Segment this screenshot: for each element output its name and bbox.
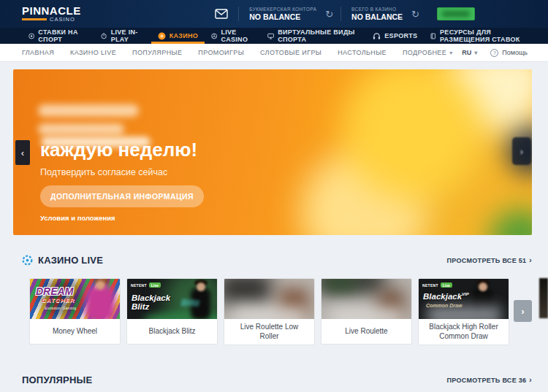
game-card-live-roulette[interactable]: Live Roulette	[321, 278, 412, 345]
banner-blurred-artwork	[196, 69, 532, 235]
pinnacle-logo[interactable]: PINNACLE CASINO	[22, 6, 81, 23]
carousel-next-button[interactable]: ›	[514, 300, 532, 322]
nav-item-sports[interactable]: СТАВКИ НА СПОРТ	[22, 28, 94, 44]
balance-value: NO BALANCE	[249, 12, 316, 21]
refresh-icon[interactable]: ↻	[411, 9, 419, 20]
section-title-text: КАЗИНО LIVE	[38, 255, 103, 266]
monitor-icon	[267, 32, 274, 40]
chevron-right-icon: ›	[520, 146, 523, 157]
game-name: Blackjack Blitz	[127, 319, 217, 344]
language-code: RU	[462, 49, 471, 56]
dealer-figure	[85, 285, 115, 319]
game-thumbnail: NETENT Live BlackjackVIP Common Draw	[419, 279, 509, 319]
nav-item-betting-resources[interactable]: РЕСУРСЫ ДЛЯ РАЗМЕЩЕНИЯ СТАВОК	[424, 28, 548, 44]
chevron-right-icon: ›	[529, 256, 532, 264]
banner-next-button[interactable]: ›	[512, 137, 531, 165]
nav-label: LIVE IN-PLAY	[111, 28, 145, 43]
nav-item-virtual-sports[interactable]: ВИРТУАЛЬНЫЕ ВИДЫ СПОРТА	[261, 28, 366, 44]
subnav-item-casino-live[interactable]: КАЗИНО LIVE	[70, 49, 116, 56]
casino-subnav: ГЛАВНАЯ КАЗИНО LIVE ПОПУЛЯРНЫЕ ПРОМОИГРЫ…	[0, 44, 548, 62]
art-title: BlackjackVIP	[423, 292, 469, 301]
language-dropdown[interactable]: RU▾	[462, 49, 477, 56]
sportsbook-balance: БУКМЕКЕРСКАЯ КОНТОРА NO BALANCE ↻	[238, 7, 340, 21]
logo-orange-bar	[22, 18, 47, 20]
nav-item-live-casino[interactable]: LIVE CASINO	[205, 28, 261, 44]
blur-blob	[233, 307, 306, 319]
help-link[interactable]: ? Помощь	[490, 49, 528, 57]
view-all-popular-link[interactable]: ПРОСМОТРЕТЬ ВСЕ 36 ›	[447, 376, 532, 384]
game-card-blackjack-blitz[interactable]: NETENT Live Blackjack Blitz Blitz Blackj…	[126, 278, 218, 345]
section-title: КАЗИНО LIVE	[22, 255, 103, 266]
nav-item-esports[interactable]: ESPORTS	[366, 28, 424, 44]
soccer-ball-icon	[28, 32, 34, 40]
game-thumbnail: DREAM CATCHER Evolution Gaming	[30, 279, 120, 319]
chevron-down-icon: ▾	[474, 50, 477, 56]
dealer-figure	[479, 283, 487, 291]
chevron-right-icon: ›	[529, 376, 532, 384]
game-card-live-roulette-low-roller[interactable]: Live Roulette Low Roller	[224, 278, 315, 345]
terms-link[interactable]: Условия и положения	[40, 214, 115, 222]
subnav-more-dropdown[interactable]: ПОДРОБНЕЕ▾	[403, 49, 453, 56]
game-thumbnail-blurred	[224, 279, 314, 319]
headset-icon	[373, 32, 381, 40]
logo-subtitle: CASINO	[50, 16, 75, 23]
view-all-casino-live-link[interactable]: ПРОСМОТРЕТЬ ВСЕ 51 ›	[447, 256, 532, 264]
nav-label: КАЗИНО	[170, 32, 198, 39]
game-card-blackjack-high-roller[interactable]: NETENT Live BlackjackVIP Common Draw Bla…	[418, 278, 509, 345]
subnav-item-slots[interactable]: СЛОТОВЫЕ ИГРЫ	[260, 49, 321, 56]
chevron-right-icon: ›	[521, 306, 524, 317]
balance-label: БУКМЕКЕРСКАЯ КОНТОРА	[249, 7, 316, 12]
game-card-money-wheel[interactable]: DREAM CATCHER Evolution Gaming Money Whe…	[29, 278, 121, 345]
blurred-headline-line	[38, 104, 139, 117]
game-thumbnail-blurred	[321, 279, 411, 319]
blurred-headline-line	[38, 123, 124, 135]
provider-brand-row: NETENT Live	[131, 283, 161, 288]
nav-label: РЕСУРСЫ ДЛЯ РАЗМЕЩЕНИЯ СТАВОК	[440, 28, 541, 43]
blur-blob	[224, 279, 271, 304]
help-label: Помощь	[502, 49, 528, 56]
nav-item-casino[interactable]: КАЗИНО	[151, 28, 205, 44]
view-all-label: ПРОСМОТРЕТЬ ВСЕ 51	[447, 257, 527, 264]
game-name: Live Roulette	[321, 319, 411, 344]
messages-button[interactable]	[215, 9, 228, 19]
casino-live-chip-icon	[22, 255, 33, 266]
casino-balance: ВСЕГО В КАЗИНО NO BALANCE ↻	[340, 7, 427, 21]
logo-title: PINNACLE	[22, 6, 81, 16]
banner-prev-button[interactable]: ‹	[15, 140, 30, 165]
nav-label: ESPORTS	[384, 32, 417, 39]
book-icon	[430, 32, 436, 40]
section-title: ПОПУЛЯРНЫЕ	[22, 374, 92, 385]
stopwatch-icon	[101, 31, 107, 40]
art-blitz-word: Blitz	[181, 298, 199, 308]
deposit-button[interactable]	[437, 7, 475, 20]
balance-value: NO BALANCE	[351, 12, 403, 21]
dealer-figure	[96, 280, 105, 290]
nav-item-live-inplay[interactable]: LIVE IN-PLAY	[94, 28, 151, 44]
blur-blob	[427, 306, 501, 319]
casino-live-cards-row: DREAM CATCHER Evolution Gaming Money Whe…	[22, 278, 532, 345]
provider-name: NETENT	[131, 283, 147, 288]
subnav-item-home[interactable]: ГЛАВНАЯ	[22, 49, 54, 56]
popular-section: ПОПУЛЯРНЫЕ ПРОСМОТРЕТЬ ВСЕ 36 ›	[22, 374, 532, 385]
more-info-button[interactable]: ДОПОЛНИТЕЛЬНАЯ ИНФОРМАЦИЯ	[40, 185, 204, 207]
nav-label: ВИРТУАЛЬНЫЕ ВИДЫ СПОРТА	[278, 28, 359, 43]
promo-banner[interactable]: каждую неделю! Подтвердить согласие сейч…	[13, 69, 532, 235]
help-icon: ?	[490, 49, 498, 57]
chevron-left-icon: ‹	[21, 147, 24, 158]
casino-live-section: КАЗИНО LIVE ПРОСМОТРЕТЬ ВСЕ 51 › DREAM C…	[22, 255, 532, 345]
blur-blob	[330, 307, 403, 319]
art-title: Blackjack Blitz	[132, 293, 170, 311]
provider-brand-row: NETENT Live	[422, 283, 452, 288]
game-thumbnail: NETENT Live Blackjack Blitz Blitz	[127, 279, 217, 319]
nav-label: СТАВКИ НА СПОРТ	[38, 28, 88, 43]
main-nav: СТАВКИ НА СПОРТ LIVE IN-PLAY КАЗИНО LIVE…	[0, 28, 548, 44]
casino-chip-icon	[158, 32, 166, 40]
refresh-icon[interactable]: ↻	[325, 9, 333, 20]
subnav-item-popular[interactable]: ПОПУЛЯРНЫЕ	[132, 49, 182, 56]
subnav-item-table-games[interactable]: НАСТОЛЬНЫЕ	[338, 49, 387, 56]
subnav-item-promo-games[interactable]: ПРОМОИГРЫ	[198, 49, 244, 56]
live-badge: Live	[149, 283, 161, 288]
game-name: Money Wheel	[30, 319, 120, 344]
art-subtitle: CATCHER	[42, 297, 75, 304]
chevron-down-icon: ▾	[449, 50, 452, 56]
